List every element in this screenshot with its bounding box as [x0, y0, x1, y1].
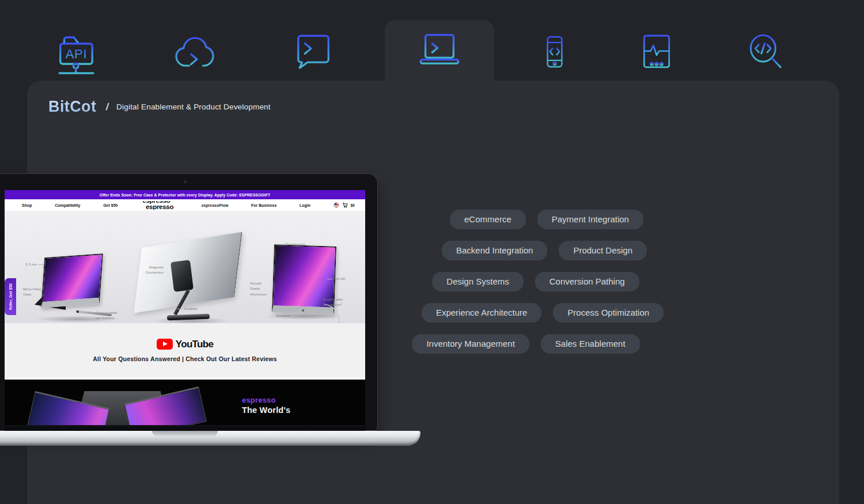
annotation-cable: Single CableConnection*: [323, 297, 343, 308]
footer-headline: The World's: [242, 406, 290, 415]
annotation-fullhd: Full HD: [326, 276, 346, 282]
breadcrumb-separator: /: [105, 101, 110, 113]
tag-payment-integration[interactable]: Payment Integration: [537, 210, 643, 229]
site-dark-footer: espresso The World's: [5, 377, 365, 425]
tag-design-systems[interactable]: Design Systems: [432, 272, 523, 291]
tab-code-search[interactable]: [733, 24, 796, 79]
nav-for-business: For Business: [251, 203, 276, 207]
monitor-left-screen: [41, 253, 103, 308]
leader-line: [327, 279, 332, 279]
nav-espressoflow: espressoFlow: [202, 203, 229, 207]
cloud-terminal-icon: [169, 29, 220, 75]
tag-sales-enablement[interactable]: Sales Enablement: [541, 334, 640, 354]
annotation-speakers: Speakers: [276, 313, 291, 319]
youtube-caption: All Your Questions Answered | Check Out …: [93, 355, 277, 362]
browser-pulse-icon: [636, 28, 677, 75]
annotation-thickness: 5.3 mm: [25, 262, 45, 267]
tag-row: eCommerce Payment Integration: [411, 210, 683, 229]
stage: API: [0, 0, 864, 504]
tag-row: Backend Integration Product Design: [408, 241, 680, 260]
annotation-case: Micro-FibreCase: [23, 287, 41, 298]
footer-espresso-brand: espresso: [242, 396, 276, 404]
tag-row: Design Systems Conversion Pathing: [400, 272, 672, 291]
tag-row: Inventory Management Sales Enablement: [390, 334, 662, 354]
nav-shop: Shop: [22, 203, 32, 207]
tab-api[interactable]: API: [46, 24, 109, 79]
leader-line: [177, 309, 183, 309]
nav-compatibility: Compatibility: [55, 203, 80, 207]
tag-backend-integration[interactable]: Backend Integration: [442, 241, 547, 260]
nav-get50: Get $50: [103, 203, 118, 207]
hero-section: Refer, Get $50: [5, 211, 365, 323]
tag-process-optimization[interactable]: Process Optimization: [553, 303, 664, 323]
capability-tags: eCommerce Payment Integration Backend In…: [403, 210, 675, 365]
laptop-terminal-icon: [412, 28, 467, 76]
chat-terminal-icon: [289, 28, 338, 75]
svg-text:API: API: [66, 47, 88, 61]
espresso-logo-line2: espresso: [141, 204, 179, 210]
youtube-section: YouTube All Your Questions Answered | Ch…: [5, 323, 365, 377]
youtube-logo: YouTube: [157, 339, 213, 350]
tag-conversion-pathing[interactable]: Conversion Pathing: [535, 272, 639, 291]
laptop-base-notch: [152, 431, 218, 437]
page-title: Digital Enablement & Product Development: [116, 103, 271, 111]
tag-product-design[interactable]: Product Design: [559, 241, 647, 260]
annotation-pen: Customizablepen buttons: [96, 310, 118, 321]
language-flag-icon: [334, 202, 339, 208]
tag-experience-architecture[interactable]: Experience Architecture: [422, 303, 541, 323]
laptop-screen-bezel: Offer Ends Soon: Free Case & Protector w…: [0, 174, 377, 430]
tag-row: Experience Architecture Process Optimiza…: [407, 303, 679, 323]
annotation-aluminium: AircraftGradeAluminium: [250, 281, 267, 297]
tab-mobile[interactable]: [523, 24, 586, 79]
mobile-code-icon: [537, 27, 573, 77]
youtube-play-icon: [157, 339, 173, 350]
promo-banner: Offer Ends Soon: Free Case & Protector w…: [5, 190, 365, 199]
code-search-icon: [743, 29, 786, 75]
espresso-logo: espresso™ espresso: [141, 201, 179, 210]
annotation-touchscreen: Touchscreen: [285, 242, 305, 247]
site-navbar: Shop Compatibility Get $50 espresso™ esp…: [5, 199, 365, 211]
leader-line: [39, 264, 44, 265]
api-folder-icon: API: [53, 28, 103, 76]
monitor-mid-magnetic-mount: [170, 260, 194, 292]
nav-login: Login: [300, 203, 310, 207]
youtube-wordmark: YouTube: [176, 339, 213, 350]
tab-laptop-terminal[interactable]: [408, 24, 471, 79]
tab-browser-monitor[interactable]: [625, 24, 688, 79]
annotation-foldable: Foldable: [176, 306, 198, 312]
refer-tab[interactable]: Refer, Get $50: [5, 278, 16, 315]
tab-chat-terminal[interactable]: [282, 24, 345, 79]
annotation-magnetic: MagneticConnection: [136, 265, 164, 276]
espresso-website: Offer Ends Soon: Free Case & Protector w…: [5, 190, 365, 425]
nav-utility-group: $0: [334, 202, 355, 208]
cart-icon: [342, 202, 348, 208]
tag-inventory-management[interactable]: Inventory Management: [412, 334, 529, 354]
monitor-shadow: [153, 317, 229, 323]
tab-cloud[interactable]: [163, 24, 226, 79]
tag-ecommerce[interactable]: eCommerce: [450, 210, 526, 229]
header: BitCot / Digital Enablement & Product De…: [48, 98, 271, 116]
laptop-mockup: Offer Ends Soon: Free Case & Protector w…: [0, 174, 420, 449]
webcam-dot: [183, 180, 187, 184]
cart-total: $0: [351, 203, 355, 207]
brand-logo: BitCot: [48, 98, 96, 116]
